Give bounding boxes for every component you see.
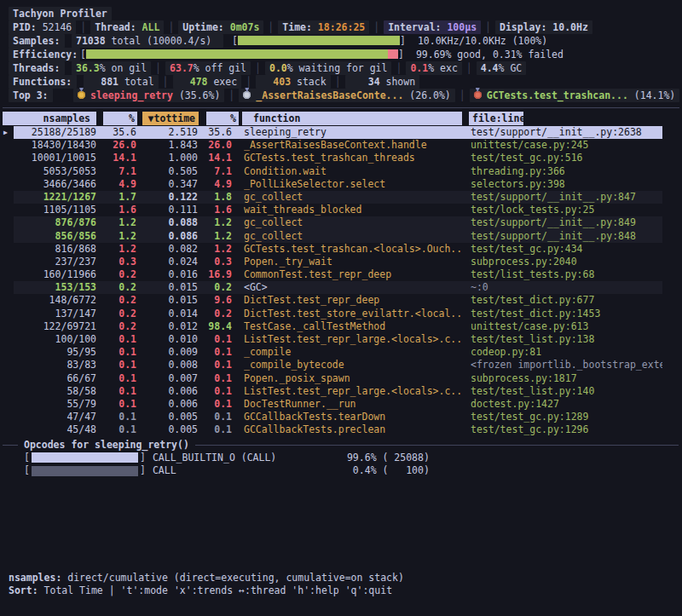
cell-pct-cum: 0.3	[198, 256, 232, 268]
cell-file-line: test/test_gc.py:516	[471, 152, 662, 164]
cell-tottime: 0.006	[136, 385, 198, 398]
efficiency-failed-segment	[388, 49, 398, 59]
cell-pct-total: 0.2	[96, 281, 136, 294]
table-body: ▶25188/2518935.62.51935.6sleeping_retryt…	[0, 126, 682, 437]
gc-stat: 4.4% GC	[477, 61, 526, 75]
cell-function: _AssertRaisesBaseContext.handle	[244, 139, 464, 152]
efficiency-line: Efficiency: [] 99.69% good, 0.31% failed	[0, 48, 682, 61]
cell-function: _PollLikeSelector.select	[244, 178, 464, 191]
col-header-function[interactable]: function	[242, 112, 462, 125]
table-row[interactable]: 876/8761.20.0881.2gc_collecttest/support…	[0, 216, 682, 229]
cell-function: DocTestRunner.__run	[244, 398, 464, 411]
table-row[interactable]: 816/8681.20.0821.2GCTests.test_trashcan.…	[0, 243, 682, 256]
pid-status: PID: 52146	[9, 20, 76, 34]
cell-pct-total: 0.2	[96, 308, 136, 320]
table-row[interactable]: 3466/34664.90.3474.9_PollLikeSelector.se…	[0, 178, 682, 191]
table-row[interactable]: 856/8561.20.0861.2gc_collecttest/support…	[0, 230, 682, 243]
cell-file-line: test/test_gc.py:434	[471, 243, 662, 256]
table-row[interactable]: 1221/12671.70.1221.8gc_collecttest/suppo…	[0, 191, 682, 204]
col-header-pct-cum[interactable]: %	[206, 112, 239, 125]
table-row[interactable]: 5053/50537.10.5057.1Condition.waitthread…	[0, 165, 682, 178]
row-arrow-slot	[0, 308, 14, 320]
gil-off-stat: 63.7% off gil	[165, 61, 251, 75]
table-row[interactable]: 160/119660.20.01616.9CommonTest.test_rep…	[0, 268, 682, 281]
nsamples-legend: nsamples: direct/cumulative (direct=exec…	[9, 572, 404, 584]
table-row[interactable]: 47/470.10.0050.1GCCallbackTests.tearDown…	[0, 411, 682, 423]
cell-nsamples: 122/69721	[14, 320, 96, 333]
top-function-1: sleeping_retry (35.6%)	[73, 89, 224, 102]
table-row[interactable]: 45/480.10.0050.1GCCallbackTests.preclean…	[0, 423, 682, 436]
sort-and-keybind-hints: Sort: Total Time | 't':mode 'x':trends ↔…	[9, 584, 404, 597]
rule-segment	[3, 445, 18, 446]
cell-nsamples: 83/83	[14, 359, 96, 371]
silver-medal-icon	[243, 91, 251, 99]
cell-file-line: test/test_gc.py:1289	[471, 411, 662, 423]
interval-status: Interval: 100μs	[384, 20, 481, 34]
row-arrow-slot	[0, 294, 14, 307]
table-row[interactable]: 100/1000.10.0100.1ListTest.test_repr_lar…	[0, 333, 682, 346]
cell-function: _compile	[244, 346, 464, 359]
cell-nsamples: 153/153	[14, 281, 96, 294]
cell-file-line: test/test_dict.py:677	[471, 294, 662, 307]
page-title: Tachyon Profiler	[9, 7, 112, 20]
cell-nsamples: 816/868	[14, 243, 96, 256]
table-row[interactable]: 10001/1001514.11.00014.1GCTests.test_tra…	[0, 152, 682, 164]
cell-pct-cum: 9.6	[198, 294, 232, 307]
cell-nsamples: 47/47	[14, 411, 96, 423]
uptime-status: Uptime: 0m07s	[178, 20, 263, 34]
tachyon-profiler-window: Tachyon Profiler PID: 52146 │ Thread: AL…	[0, 0, 682, 616]
table-row[interactable]: 237/2370.30.0240.3Popen._try_waitsubproc…	[0, 256, 682, 268]
cell-pct-cum: 4.9	[198, 178, 232, 191]
cell-pct-total: 7.1	[96, 165, 136, 178]
functions-label: Functions:	[9, 75, 77, 89]
row-arrow-slot	[0, 178, 14, 191]
table-row[interactable]: 122/697210.20.01298.4TestCase._callTestM…	[0, 320, 682, 333]
table-row[interactable]: 137/1470.20.0140.2DictTest.test_store_ev…	[0, 308, 682, 320]
cell-pct-total: 0.1	[96, 411, 136, 423]
cell-tottime: 0.082	[136, 243, 198, 256]
row-arrow-slot	[0, 165, 14, 178]
cell-tottime: 0.014	[136, 308, 198, 320]
functions-exec-stat: 478 exec	[173, 75, 242, 89]
table-row[interactable]: 153/1530.20.0150.2<GC>~:0	[0, 281, 682, 294]
table-row[interactable]: 58/580.10.0060.1ListTest.test_repr_large…	[0, 385, 682, 398]
cell-pct-total: 0.1	[96, 333, 136, 346]
cell-function: gc_collect	[244, 216, 464, 229]
status-bar: PID: 52146 │ Thread: ALL │ Uptime: 0m07s…	[0, 20, 682, 34]
col-header-nsamples[interactable]: nsamples	[3, 112, 96, 125]
table-row[interactable]: 1105/11051.60.1111.6wait_threads_blocked…	[0, 204, 682, 216]
col-header-tottime-sorted[interactable]: ▼tottime	[142, 112, 199, 125]
cell-function: GCTests.test_trashcan.<locals>.Ouch...	[244, 243, 464, 256]
table-row[interactable]: 18430/1843026.01.84326.0_AssertRaisesBas…	[0, 139, 682, 152]
table-row[interactable]: ▶25188/2518935.62.51935.6sleeping_retryt…	[0, 126, 682, 139]
cell-tottime: 0.024	[136, 256, 198, 268]
table-row[interactable]: 148/67720.20.0159.6DictTest.test_repr_de…	[0, 294, 682, 307]
top-function-3: GCTests.test_trashcan... (14.1%)	[470, 89, 680, 102]
cell-file-line: unittest/case.py:613	[471, 320, 662, 333]
col-header-pct-total[interactable]: %	[103, 112, 137, 125]
cell-tottime: 1.000	[136, 152, 198, 164]
table-row[interactable]: 83/830.10.0080.1_compile_bytecode<frozen…	[0, 359, 682, 371]
table-row[interactable]: 95/950.10.0090.1_compilecodeop.py:81	[0, 346, 682, 359]
cell-pct-cum: 0.1	[198, 423, 232, 436]
cell-nsamples: 100/100	[14, 333, 96, 346]
cell-nsamples: 237/237	[14, 256, 96, 268]
cell-file-line: codeop.py:81	[471, 346, 662, 359]
cell-function: ListTest.test_repr_large.<locals>.c...	[244, 385, 464, 398]
cell-file-line: <frozen importlib._bootstrap_externa	[471, 359, 662, 371]
table-row[interactable]: 55/790.10.0060.1DocTestRunner.__rundocte…	[0, 398, 682, 411]
table-row[interactable]: 66/670.10.0070.1Popen._posix_spawnsubpro…	[0, 372, 682, 385]
cell-tottime: 0.088	[136, 216, 198, 229]
cell-file-line: test/support/__init__.py:849	[471, 216, 662, 229]
cell-pct-cum: 1.2	[198, 243, 232, 256]
opcode-bar	[32, 466, 138, 476]
cell-function: GCCallbackTests.preclean	[244, 423, 464, 436]
row-arrow-slot	[0, 243, 14, 256]
top-function-2: _AssertRaisesBaseConte... (26.0%)	[239, 89, 455, 102]
samples-progress-bar	[238, 35, 400, 44]
thread-status[interactable]: Thread: ALL	[90, 20, 164, 34]
divider: │	[369, 20, 384, 34]
col-header-file-line[interactable]: file:line	[469, 112, 523, 125]
cell-function: Popen._posix_spawn	[244, 372, 464, 385]
cell-tottime: 0.086	[136, 230, 198, 243]
